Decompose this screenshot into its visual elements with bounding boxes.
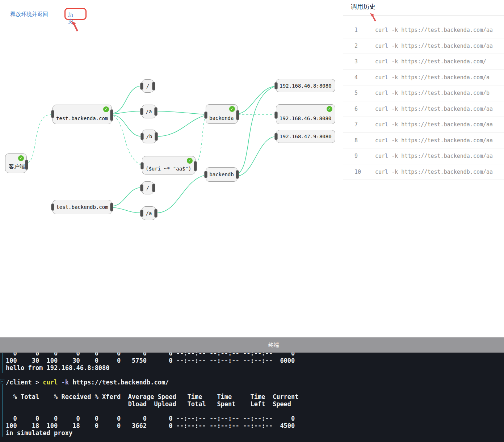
prompt-path: /client > xyxy=(6,379,43,386)
terminal-title: 终端 xyxy=(268,342,279,349)
terminal-line: 100 18 100 18 0 0 3662 0 --:--:-- --:--:… xyxy=(6,422,299,429)
node-path-a[interactable]: /a xyxy=(142,105,156,118)
flow-canvas[interactable]: ✓ 客户端 ✓ test.backenda.com / /a /b ✓ ($ur… xyxy=(0,0,343,337)
input-port[interactable] xyxy=(140,162,144,169)
output-port[interactable] xyxy=(110,203,113,211)
fold-collapse-icon[interactable] xyxy=(0,379,4,383)
node-domain-a[interactable]: ✓ test.backenda.com xyxy=(52,105,112,124)
check-badge-icon: ✓ xyxy=(103,106,109,112)
history-row-number: 10 xyxy=(354,169,375,175)
input-port[interactable] xyxy=(204,111,207,119)
input-port[interactable] xyxy=(51,203,54,211)
output-port[interactable] xyxy=(236,110,239,120)
history-row-number: 2 xyxy=(354,43,375,49)
input-port[interactable] xyxy=(274,111,278,119)
input-port[interactable] xyxy=(140,133,144,140)
node-label: test.backenda.com xyxy=(56,115,108,121)
node-upstream-b[interactable]: backendb xyxy=(206,167,238,182)
input-port[interactable] xyxy=(140,83,143,90)
node-label: backenda xyxy=(209,115,234,121)
history-row-number: 6 xyxy=(354,106,375,112)
terminal-line xyxy=(6,386,299,393)
terminal-prompt-line: /client > curl -k https://test.backendb.… xyxy=(6,379,299,386)
node-label: backendb xyxy=(206,172,237,177)
history-row: 6curl -k https://test.backenda.com/aa xyxy=(343,101,504,117)
output-port[interactable] xyxy=(154,107,158,116)
check-badge-icon: ✓ xyxy=(327,106,332,112)
terminal-header-bar[interactable]: 终端 xyxy=(0,337,504,353)
terminal-line: Dload Upload Total Spent Left Speed xyxy=(6,400,299,408)
history-row-command: curl -k https://test.backenda.com/aa xyxy=(375,27,493,33)
top-toolbar: 释放环境并返回 历史 xyxy=(10,11,48,18)
terminal-line: hello from 192.168.46.8:8080 xyxy=(6,364,299,371)
node-label: /b xyxy=(142,134,156,139)
check-badge-icon: ✓ xyxy=(18,155,24,161)
terminal-line xyxy=(6,408,299,415)
history-row-number: 4 xyxy=(354,74,375,81)
terminal-output: 0 0 0 0 0 0 0 0 --:--:-- --:--:-- --:--:… xyxy=(6,350,299,437)
output-port[interactable] xyxy=(152,82,155,90)
prompt-url: https://test.backendb.com/ xyxy=(72,379,169,386)
node-label: test.backendb.com xyxy=(53,204,112,210)
prompt-flag: -k xyxy=(58,379,72,386)
output-port[interactable] xyxy=(152,184,155,192)
output-port[interactable] xyxy=(236,170,239,179)
fold-region-line xyxy=(2,384,3,437)
history-row-command: curl -k https://test.backenda.com/aa xyxy=(375,137,493,144)
history-row-number: 5 xyxy=(354,90,375,96)
node-label: 192.168.46.8:8080 xyxy=(276,83,335,89)
annotation-arrow-icon xyxy=(71,21,80,32)
input-port[interactable] xyxy=(274,133,278,140)
node-label: ($uri ~* "aa$") xyxy=(146,166,191,172)
history-row: 4curl -k https://test.backenda.com/a xyxy=(343,70,504,86)
node-path-root-a[interactable]: / xyxy=(142,79,154,93)
node-ip-1[interactable]: 192.168.46.8:8080 xyxy=(276,79,335,92)
terminal-line: 100 30 100 30 0 0 5750 0 --:--:-- --:--:… xyxy=(6,357,299,364)
call-history-panel: 调用历史 1curl -k https://test.backenda.com/… xyxy=(343,0,504,337)
terminal-line: in simulated proxy xyxy=(6,429,299,437)
history-row: 9curl -k https://test.backenda.com/aa xyxy=(343,148,504,164)
history-row: 1curl -k https://test.backenda.com/aa xyxy=(343,22,504,38)
check-badge-icon: ✓ xyxy=(229,106,235,112)
history-row-command: curl -k https://test.backenda.com/aa xyxy=(375,121,493,128)
history-row: 8curl -k https://test.backenda.com/aa xyxy=(343,133,504,149)
prompt-command: curl xyxy=(43,379,58,386)
node-domain-b[interactable]: test.backendb.com xyxy=(52,200,112,214)
history-row-number: 9 xyxy=(354,153,375,159)
history-row: 5curl -k https://test.backenda.com/b xyxy=(343,85,504,101)
history-row: 10curl -k https://test.backendb.com/aa xyxy=(343,164,504,180)
input-port[interactable] xyxy=(140,108,143,115)
node-label: 192.168.46.9:8080 xyxy=(280,115,331,121)
node-ip-2[interactable]: ✓ 192.168.46.9:8080 xyxy=(276,104,335,124)
call-history-title: 调用历史 xyxy=(351,3,375,11)
terminal-line: % Total % Received % Xferd Average Speed… xyxy=(6,393,299,400)
node-path-root-b[interactable]: / xyxy=(142,181,154,194)
node-ip-3[interactable]: 192.168.47.9:8080 xyxy=(276,130,335,143)
node-client[interactable]: ✓ 客户端 xyxy=(5,153,27,173)
terminal-line xyxy=(6,371,299,379)
node-label: /a xyxy=(142,109,156,114)
output-port[interactable] xyxy=(194,161,197,171)
output-port[interactable] xyxy=(25,160,28,170)
input-port[interactable] xyxy=(140,210,143,217)
output-port[interactable] xyxy=(155,132,158,141)
input-port[interactable] xyxy=(274,82,278,89)
input-port[interactable] xyxy=(140,184,143,191)
divider xyxy=(343,15,504,16)
node-path-b[interactable]: /b xyxy=(142,130,156,143)
terminal-line: 0 0 0 0 0 0 0 0 --:--:-- --:--:-- --:--:… xyxy=(6,415,299,422)
history-row-command: curl -k https://test.backenda.com/aa xyxy=(375,106,493,112)
output-port[interactable] xyxy=(110,109,113,121)
call-history-list: 1curl -k https://test.backenda.com/aa 2c… xyxy=(343,22,504,180)
history-row-command: curl -k https://test.backenda.com/b xyxy=(375,90,490,96)
node-path-a-b[interactable]: /a xyxy=(142,206,156,220)
input-port[interactable] xyxy=(204,171,207,178)
output-port[interactable] xyxy=(154,209,158,218)
node-upstream-a[interactable]: ✓ backenda xyxy=(206,104,238,124)
node-regex-condition[interactable]: ✓ ($uri ~* "aa$") xyxy=(142,156,196,174)
input-port[interactable] xyxy=(51,110,54,118)
fold-region-line xyxy=(2,353,3,373)
history-row-command: curl -k https://test.backendb.com/aa xyxy=(375,169,493,175)
check-badge-icon: ✓ xyxy=(187,158,193,164)
release-environment-link[interactable]: 释放环境并返回 xyxy=(10,11,48,17)
